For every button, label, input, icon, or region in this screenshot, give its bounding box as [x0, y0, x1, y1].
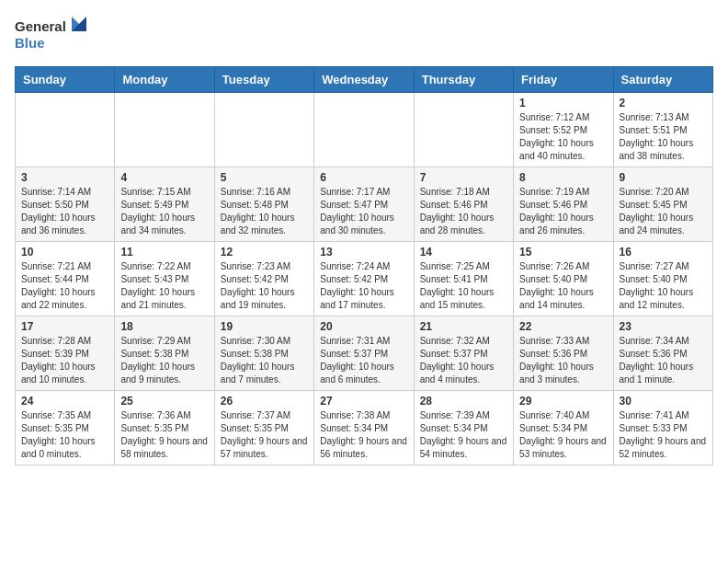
- day-content: Sunrise: 7:30 AM Sunset: 5:38 PM Dayligh…: [221, 335, 308, 386]
- calendar-cell: 10Sunrise: 7:21 AM Sunset: 5:44 PM Dayli…: [16, 242, 115, 316]
- calendar-cell: [16, 93, 115, 167]
- page-header: GeneralBlue: [15, 15, 713, 52]
- calendar-cell: 5Sunrise: 7:16 AM Sunset: 5:48 PM Daylig…: [214, 167, 313, 242]
- day-number: 8: [519, 171, 607, 184]
- day-content: Sunrise: 7:20 AM Sunset: 5:45 PM Dayligh…: [620, 186, 707, 237]
- day-content: Sunrise: 7:12 AM Sunset: 5:52 PM Dayligh…: [519, 111, 607, 163]
- weekday-header-saturday: Saturday: [613, 67, 712, 93]
- day-content: Sunrise: 7:34 AM Sunset: 5:36 PM Dayligh…: [620, 335, 707, 386]
- day-content: Sunrise: 7:16 AM Sunset: 5:48 PM Dayligh…: [221, 186, 308, 237]
- weekday-header-sunday: Sunday: [16, 67, 115, 93]
- calendar-cell: 9Sunrise: 7:20 AM Sunset: 5:45 PM Daylig…: [613, 167, 712, 242]
- calendar-table: SundayMondayTuesdayWednesdayThursdayFrid…: [15, 66, 713, 465]
- calendar-cell: 17Sunrise: 7:28 AM Sunset: 5:39 PM Dayli…: [16, 316, 115, 391]
- day-content: Sunrise: 7:13 AM Sunset: 5:51 PM Dayligh…: [620, 111, 707, 163]
- day-number: 26: [221, 395, 308, 408]
- day-number: 22: [519, 320, 607, 333]
- calendar-cell: [115, 93, 214, 167]
- day-number: 5: [221, 171, 308, 184]
- day-number: 17: [21, 320, 108, 333]
- day-number: 6: [320, 171, 407, 184]
- day-number: 9: [620, 171, 707, 184]
- day-content: Sunrise: 7:27 AM Sunset: 5:40 PM Dayligh…: [620, 260, 707, 312]
- day-content: Sunrise: 7:36 AM Sunset: 5:35 PM Dayligh…: [120, 409, 208, 461]
- calendar-week-row: 1Sunrise: 7:12 AM Sunset: 5:52 PM Daylig…: [16, 93, 713, 167]
- calendar-cell: [414, 93, 513, 167]
- weekday-header-wednesday: Wednesday: [314, 67, 414, 93]
- day-content: Sunrise: 7:22 AM Sunset: 5:43 PM Dayligh…: [120, 260, 208, 312]
- weekday-header-friday: Friday: [514, 67, 613, 93]
- calendar-cell: 19Sunrise: 7:30 AM Sunset: 5:38 PM Dayli…: [214, 316, 313, 391]
- calendar-header-row: SundayMondayTuesdayWednesdayThursdayFrid…: [16, 67, 713, 93]
- calendar-cell: [214, 93, 313, 167]
- day-content: Sunrise: 7:29 AM Sunset: 5:38 PM Dayligh…: [120, 335, 208, 386]
- day-content: Sunrise: 7:28 AM Sunset: 5:39 PM Dayligh…: [21, 335, 108, 386]
- day-content: Sunrise: 7:18 AM Sunset: 5:46 PM Dayligh…: [420, 186, 507, 237]
- calendar-week-row: 10Sunrise: 7:21 AM Sunset: 5:44 PM Dayli…: [16, 242, 713, 316]
- day-content: Sunrise: 7:24 AM Sunset: 5:42 PM Dayligh…: [320, 260, 407, 312]
- day-number: 2: [620, 97, 707, 109]
- day-content: Sunrise: 7:33 AM Sunset: 5:36 PM Dayligh…: [519, 335, 607, 386]
- day-number: 28: [420, 395, 507, 408]
- day-number: 18: [120, 320, 208, 333]
- day-content: Sunrise: 7:19 AM Sunset: 5:46 PM Dayligh…: [519, 186, 607, 237]
- day-content: Sunrise: 7:14 AM Sunset: 5:50 PM Dayligh…: [21, 186, 108, 237]
- day-content: Sunrise: 7:25 AM Sunset: 5:41 PM Dayligh…: [420, 260, 507, 312]
- calendar-cell: 18Sunrise: 7:29 AM Sunset: 5:38 PM Dayli…: [115, 316, 214, 391]
- calendar-cell: 29Sunrise: 7:40 AM Sunset: 5:34 PM Dayli…: [514, 391, 613, 465]
- weekday-header-monday: Monday: [115, 67, 214, 93]
- logo-svg: GeneralBlue: [15, 15, 88, 52]
- calendar-cell: 12Sunrise: 7:23 AM Sunset: 5:42 PM Dayli…: [214, 242, 313, 316]
- calendar-cell: [314, 93, 414, 167]
- day-number: 19: [221, 320, 308, 333]
- day-number: 29: [519, 395, 607, 408]
- calendar-week-row: 17Sunrise: 7:28 AM Sunset: 5:39 PM Dayli…: [16, 316, 713, 391]
- calendar-cell: 7Sunrise: 7:18 AM Sunset: 5:46 PM Daylig…: [414, 167, 513, 242]
- logo: GeneralBlue: [15, 15, 88, 52]
- calendar-cell: 25Sunrise: 7:36 AM Sunset: 5:35 PM Dayli…: [115, 391, 214, 465]
- calendar-cell: 15Sunrise: 7:26 AM Sunset: 5:40 PM Dayli…: [514, 242, 613, 316]
- day-number: 16: [620, 246, 707, 259]
- day-number: 25: [120, 395, 208, 408]
- day-content: Sunrise: 7:40 AM Sunset: 5:34 PM Dayligh…: [519, 409, 607, 461]
- calendar-week-row: 3Sunrise: 7:14 AM Sunset: 5:50 PM Daylig…: [16, 167, 713, 242]
- day-number: 11: [120, 246, 208, 259]
- day-number: 13: [320, 246, 407, 259]
- day-content: Sunrise: 7:38 AM Sunset: 5:34 PM Dayligh…: [320, 409, 407, 461]
- day-content: Sunrise: 7:15 AM Sunset: 5:49 PM Dayligh…: [120, 186, 208, 237]
- calendar-cell: 20Sunrise: 7:31 AM Sunset: 5:37 PM Dayli…: [314, 316, 414, 391]
- day-content: Sunrise: 7:23 AM Sunset: 5:42 PM Dayligh…: [221, 260, 308, 312]
- calendar-cell: 14Sunrise: 7:25 AM Sunset: 5:41 PM Dayli…: [414, 242, 513, 316]
- day-number: 15: [519, 246, 607, 259]
- calendar-cell: 30Sunrise: 7:41 AM Sunset: 5:33 PM Dayli…: [613, 391, 712, 465]
- day-content: Sunrise: 7:17 AM Sunset: 5:47 PM Dayligh…: [320, 186, 407, 237]
- weekday-header-tuesday: Tuesday: [214, 67, 313, 93]
- day-content: Sunrise: 7:41 AM Sunset: 5:33 PM Dayligh…: [620, 409, 707, 461]
- calendar-cell: 4Sunrise: 7:15 AM Sunset: 5:49 PM Daylig…: [115, 167, 214, 242]
- day-number: 1: [519, 97, 607, 109]
- day-number: 21: [420, 320, 507, 333]
- calendar-cell: 1Sunrise: 7:12 AM Sunset: 5:52 PM Daylig…: [514, 93, 613, 167]
- day-content: Sunrise: 7:32 AM Sunset: 5:37 PM Dayligh…: [420, 335, 507, 386]
- day-number: 3: [21, 171, 108, 184]
- calendar-cell: 26Sunrise: 7:37 AM Sunset: 5:35 PM Dayli…: [214, 391, 313, 465]
- calendar-cell: 28Sunrise: 7:39 AM Sunset: 5:34 PM Dayli…: [414, 391, 513, 465]
- day-content: Sunrise: 7:26 AM Sunset: 5:40 PM Dayligh…: [519, 260, 607, 312]
- calendar-cell: 23Sunrise: 7:34 AM Sunset: 5:36 PM Dayli…: [613, 316, 712, 391]
- svg-text:General: General: [15, 18, 66, 34]
- day-content: Sunrise: 7:37 AM Sunset: 5:35 PM Dayligh…: [221, 409, 308, 461]
- day-number: 10: [21, 246, 108, 259]
- calendar-cell: 3Sunrise: 7:14 AM Sunset: 5:50 PM Daylig…: [16, 167, 115, 242]
- calendar-cell: 27Sunrise: 7:38 AM Sunset: 5:34 PM Dayli…: [314, 391, 414, 465]
- day-content: Sunrise: 7:21 AM Sunset: 5:44 PM Dayligh…: [21, 260, 108, 312]
- calendar-cell: 11Sunrise: 7:22 AM Sunset: 5:43 PM Dayli…: [115, 242, 214, 316]
- calendar-cell: 6Sunrise: 7:17 AM Sunset: 5:47 PM Daylig…: [314, 167, 414, 242]
- day-number: 30: [620, 395, 707, 408]
- day-number: 24: [21, 395, 108, 408]
- day-content: Sunrise: 7:35 AM Sunset: 5:35 PM Dayligh…: [21, 409, 108, 461]
- calendar-cell: 13Sunrise: 7:24 AM Sunset: 5:42 PM Dayli…: [314, 242, 414, 316]
- day-content: Sunrise: 7:39 AM Sunset: 5:34 PM Dayligh…: [420, 409, 507, 461]
- day-number: 12: [221, 246, 308, 259]
- weekday-header-thursday: Thursday: [414, 67, 513, 93]
- day-number: 14: [420, 246, 507, 259]
